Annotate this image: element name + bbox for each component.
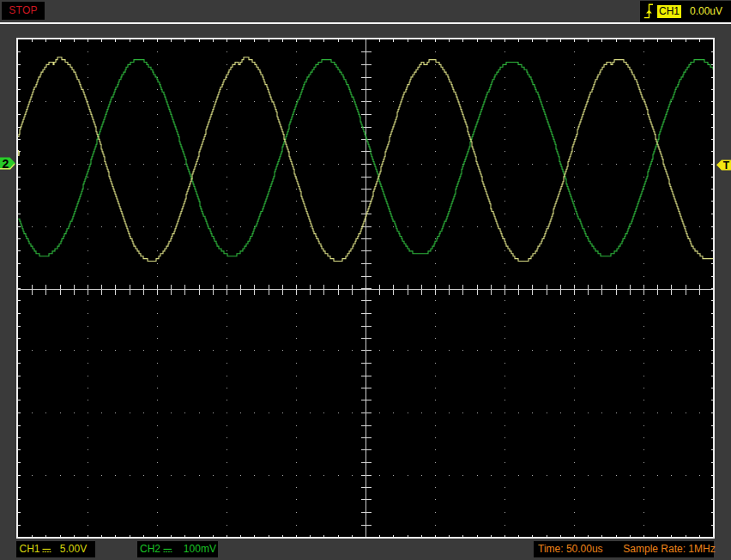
svg-text:T: T bbox=[723, 160, 730, 171]
svg-text:2: 2 bbox=[3, 157, 9, 170]
